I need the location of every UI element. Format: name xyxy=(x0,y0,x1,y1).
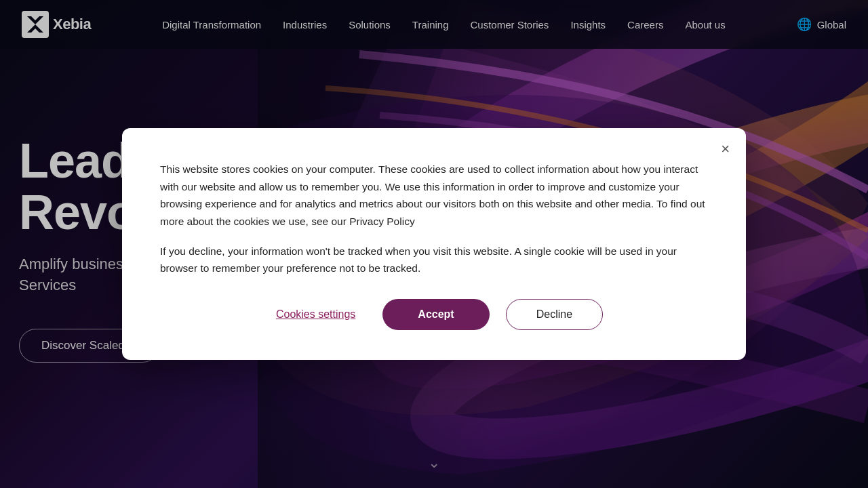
cookie-modal-overlay: × This website stores cookies on your co… xyxy=(0,0,868,488)
cookies-settings-button[interactable]: Cookies settings xyxy=(265,300,366,329)
modal-close-button[interactable]: × xyxy=(721,142,730,157)
cookie-modal: × This website stores cookies on your co… xyxy=(122,128,746,359)
decline-cookies-button[interactable]: Decline xyxy=(506,299,603,330)
cookie-text-secondary: If you decline, your information won't b… xyxy=(160,243,708,277)
cookie-modal-actions: Cookies settings Accept Decline xyxy=(160,299,708,330)
accept-cookies-button[interactable]: Accept xyxy=(382,299,489,330)
hero-section: Lead the AI Revolution Amplify business … xyxy=(0,0,868,488)
cookie-text-primary: This website stores cookies on your comp… xyxy=(160,161,708,230)
